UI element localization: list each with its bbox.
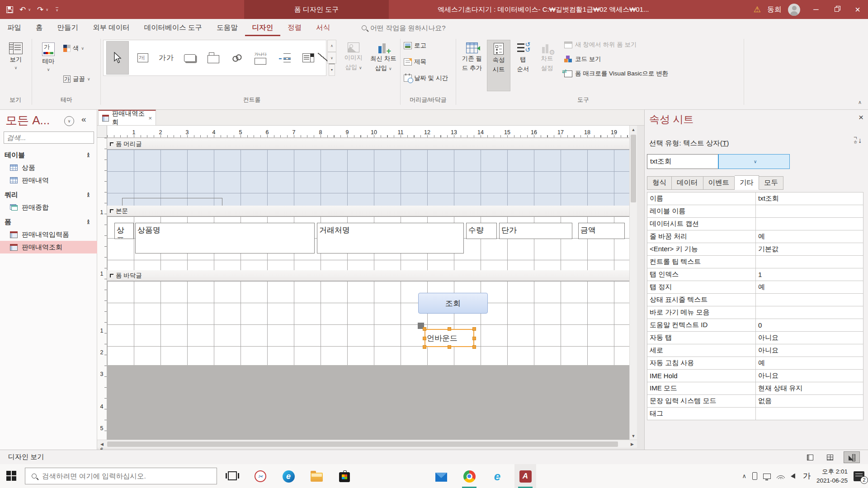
text-box-tool[interactable]: 가| <box>132 41 154 75</box>
logo-button[interactable]: 로고 <box>404 40 426 52</box>
property-label[interactable]: 자동 탭 <box>647 332 756 344</box>
restore-button[interactable] <box>826 0 847 19</box>
taskbar-search[interactable] <box>25 468 217 484</box>
property-value[interactable]: 기본값 <box>756 243 863 255</box>
nav-search-input[interactable] <box>4 134 98 141</box>
ime-indicator[interactable]: 가 <box>803 471 811 481</box>
resize-handle[interactable] <box>472 345 476 349</box>
scroll-thumb[interactable] <box>107 441 618 447</box>
fonts-button[interactable]: 가 글꼴∨ <box>63 73 90 85</box>
hyperlink-tool[interactable] <box>226 41 248 75</box>
property-label[interactable]: 태그 <box>647 408 756 420</box>
design-view-button[interactable] <box>844 451 860 463</box>
edge-icon[interactable]: e <box>282 470 295 483</box>
nav-item-table[interactable]: 판매내역 <box>0 174 97 187</box>
user-name[interactable]: 동희 <box>767 5 782 14</box>
vertical-scrollbar[interactable]: ▲ ▼ <box>629 126 637 440</box>
save-icon[interactable] <box>6 6 13 13</box>
date-time-button[interactable]: 날짜 및 시간 <box>404 72 448 84</box>
horizontal-scrollbar[interactable]: ◀ ▶ <box>97 440 637 448</box>
property-value[interactable]: 예 <box>756 230 863 243</box>
property-value[interactable]: 0 <box>756 319 863 331</box>
property-value[interactable] <box>756 306 863 319</box>
add-existing-fields-button[interactable]: 기존 필드 추가 <box>459 40 485 91</box>
clock[interactable]: 오후 2:01 2021-06-25 <box>816 467 848 485</box>
themes-button[interactable]: 테마 ∨ <box>36 40 61 91</box>
section-bar-form-header[interactable]: 폼 머리글 <box>107 139 629 150</box>
text-box-control[interactable]: 상품명 <box>135 223 315 253</box>
tab-arrange[interactable]: 정렬 <box>280 19 309 36</box>
store-icon[interactable] <box>338 470 351 483</box>
warning-icon[interactable]: ⚠ <box>754 5 761 14</box>
avatar[interactable] <box>788 4 800 16</box>
property-value[interactable]: 없음 <box>756 395 863 407</box>
collapse-section-icon[interactable]: ∧∧ <box>87 220 90 224</box>
mail-icon[interactable] <box>435 470 448 483</box>
tell-me-search[interactable] <box>362 19 470 36</box>
scroll-right-icon[interactable]: ▶ <box>628 441 636 448</box>
horizontal-ruler[interactable]: 12345678910111213141516171819 <box>107 126 629 138</box>
resize-handle[interactable] <box>423 345 426 349</box>
tell-me-input[interactable] <box>370 24 470 32</box>
property-sheet-button[interactable]: 속성시트 <box>487 40 510 91</box>
close-icon[interactable]: × <box>859 113 863 122</box>
property-value[interactable]: 아니요 <box>756 344 863 357</box>
close-tab-icon[interactable]: × <box>148 115 152 122</box>
volume-icon[interactable] <box>791 474 797 479</box>
nav-section-forms[interactable]: 폼∧∧ <box>0 216 97 228</box>
scroll-down-icon[interactable]: ▼ <box>630 432 637 440</box>
tray-expand-icon[interactable]: ∧ <box>742 473 746 479</box>
property-label[interactable]: <Enter> 키 기능 <box>647 243 756 255</box>
taskbar-search-input[interactable] <box>42 472 196 480</box>
label-tool[interactable]: 가가 <box>155 41 178 75</box>
property-label[interactable]: 탭 인덱스 <box>647 268 756 281</box>
property-value[interactable]: 현재 상태 유지 <box>756 382 863 394</box>
section-bar-form-footer[interactable]: 폼 바닥글 <box>107 270 629 281</box>
tab-home[interactable]: 홈 <box>28 19 50 36</box>
resize-handle[interactable] <box>472 327 476 331</box>
property-label[interactable]: 컨트롤 팁 텍스트 <box>647 256 756 268</box>
property-value[interactable] <box>756 218 863 230</box>
property-label[interactable]: 문장 입력 시스템 모드 <box>647 395 756 407</box>
view-code-button[interactable]: 코드 보기 <box>564 55 601 63</box>
gallery-down-icon[interactable]: ∨ <box>327 52 336 64</box>
resize-handle[interactable] <box>448 327 451 331</box>
ptab-data[interactable]: 데이터 <box>672 176 703 190</box>
display-icon[interactable] <box>763 474 771 479</box>
text-box-control[interactable]: 수량 <box>466 223 497 239</box>
task-view-button[interactable] <box>228 471 237 480</box>
text-box-control[interactable]: 금액 <box>578 223 625 239</box>
property-value[interactable]: 예 <box>756 357 863 369</box>
ruler-corner[interactable] <box>97 126 107 138</box>
nav-section-queries[interactable]: 쿼리∧∧ <box>0 188 97 201</box>
property-label[interactable]: IME 모드 <box>647 382 756 394</box>
form-header-area[interactable]: 판매내역 상품번호 상품명 거래처명 수량 단가 금액 <box>107 150 629 206</box>
view-button[interactable]: 보기 ∨ <box>4 40 28 91</box>
nav-item-form-selected[interactable]: 판매내역조회 <box>0 241 97 253</box>
internet-explorer-icon[interactable]: e <box>491 470 504 483</box>
property-label[interactable]: 상태 표시줄 텍스트 <box>647 294 756 306</box>
collapse-section-icon[interactable]: ∧∧ <box>87 192 90 197</box>
property-value[interactable] <box>756 256 863 268</box>
tab-help[interactable]: 도움말 <box>209 19 245 36</box>
snip-tool-icon[interactable]: ✂ <box>254 470 267 483</box>
ptab-all[interactable]: 모두 <box>759 176 783 190</box>
property-label[interactable]: 도움말 컨텍스트 ID <box>647 319 756 331</box>
property-label[interactable]: 바로 가기 메뉴 모음 <box>647 306 756 319</box>
gallery-more-icon[interactable]: ▾ <box>329 64 335 76</box>
tab-create[interactable]: 만들기 <box>50 19 86 36</box>
redo-caret-icon[interactable]: ∨ <box>46 8 48 12</box>
title-button[interactable]: 제목 <box>404 56 426 68</box>
datasheet-view-button[interactable] <box>822 451 838 463</box>
collapse-ribbon-icon[interactable]: ∧ <box>858 99 862 105</box>
page-break-tool[interactable] <box>274 41 296 75</box>
action-center-icon[interactable]: 2 <box>854 471 864 481</box>
property-value[interactable]: txt조회 <box>756 192 863 205</box>
property-value[interactable]: 아니요 <box>756 370 863 382</box>
nav-menu-icon[interactable]: ∨ <box>64 116 74 126</box>
tab-database-tools[interactable]: 데이터베이스 도구 <box>137 19 209 36</box>
collapse-section-icon[interactable]: ∧∧ <box>87 153 90 157</box>
ptab-format[interactable]: 형식 <box>647 176 672 190</box>
property-value[interactable] <box>756 205 863 217</box>
scroll-left-icon[interactable]: ◀ <box>98 441 106 448</box>
